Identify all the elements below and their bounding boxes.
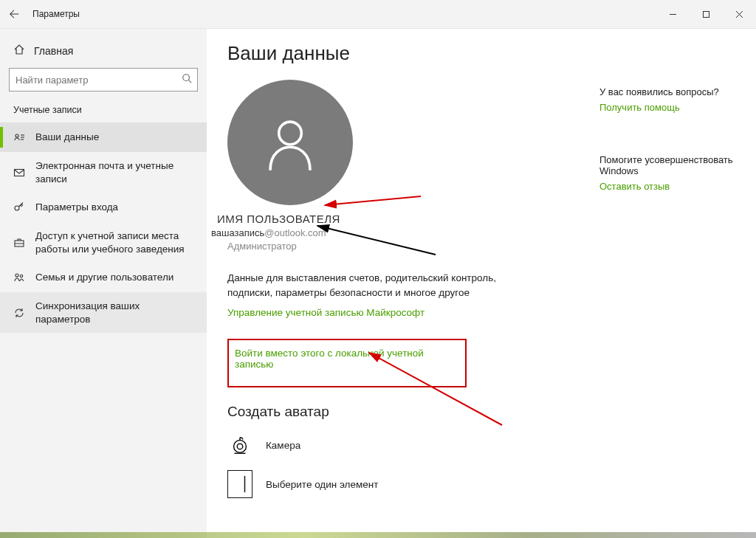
svg-point-17 [237, 444, 243, 449]
local-signin-highlight-box: Войти вместо этого с локальной учетной з… [227, 339, 467, 387]
sidebar-item-work-school[interactable]: Доступ к учетной записи места работы или… [0, 222, 207, 263]
maximize-button[interactable] [690, 0, 723, 28]
key-icon [13, 201, 25, 213]
svg-point-13 [16, 274, 18, 277]
help-column: У вас появились вопросы? Получить помощь… [599, 86, 740, 192]
sidebar-item-label: Доступ к учетной записи места работы или… [35, 230, 193, 255]
briefcase-icon [13, 237, 25, 249]
svg-point-4 [183, 75, 190, 81]
people-icon [13, 272, 25, 283]
sidebar: Главная Учетные записи [0, 29, 207, 538]
camera-icon [227, 432, 252, 458]
window-controls [656, 0, 756, 28]
person-card-icon [13, 131, 25, 143]
page-title: Ваши данные [227, 42, 756, 65]
sidebar-item-signin-options[interactable]: Параметры входа [0, 193, 207, 222]
sidebar-item-label: Ваши данные [35, 131, 193, 144]
browse-icon [227, 470, 252, 498]
user-email-domain: @outlook.com [264, 227, 326, 238]
search-icon [182, 73, 192, 86]
search-input[interactable] [9, 68, 198, 92]
sidebar-home-label: Главная [34, 45, 73, 57]
sidebar-nav: Ваши данные Электронная почта и учетные … [0, 123, 207, 333]
sidebar-item-label: Электронная почта и учетные записи [35, 159, 193, 185]
svg-point-14 [20, 275, 22, 277]
main-content: Ваши данные ИМЯ ПОЛЬЗОВАТЕЛЯ вашазапись@… [207, 29, 756, 538]
sidebar-item-email-accounts[interactable]: Электронная почта и учетные записи [0, 152, 207, 193]
minimize-button[interactable] [656, 0, 690, 28]
manage-account-link[interactable]: Управление учетной записью Майкрософт [227, 307, 756, 318]
titlebar: Параметры [0, 0, 756, 29]
sidebar-item-label: Семья и другие пользователи [35, 271, 193, 284]
window-title: Параметры [32, 9, 80, 19]
feedback-link[interactable]: Оставить отзыв [599, 181, 740, 192]
user-email: вашазапись@outlook.com [211, 227, 756, 238]
create-avatar-heading: Создать аватар [227, 404, 756, 420]
svg-point-11 [15, 206, 19, 210]
sidebar-home[interactable]: Главная [0, 39, 207, 68]
svg-line-5 [189, 80, 192, 83]
home-icon [13, 44, 25, 58]
camera-label: Камера [266, 440, 300, 451]
sidebar-item-label: Параметры входа [35, 201, 193, 214]
get-help-link[interactable]: Получить помощь [599, 102, 740, 113]
avatar [227, 80, 353, 205]
svg-rect-1 [704, 11, 709, 17]
sidebar-item-your-info[interactable]: Ваши данные [0, 123, 207, 152]
sidebar-item-sync[interactable]: Синхронизация ваших параметров [0, 292, 207, 333]
sync-icon [13, 307, 25, 319]
sidebar-section-label: Учетные записи [0, 105, 207, 123]
sidebar-search-wrap [0, 68, 207, 105]
person-icon [257, 109, 323, 176]
sidebar-item-family[interactable]: Семья и другие пользователи [0, 263, 207, 292]
browse-label: Выберите один элемент [266, 479, 378, 490]
account-description: Данные для выставления счетов, родительс… [227, 271, 537, 300]
bottom-strip [0, 532, 756, 538]
mail-icon [13, 167, 25, 179]
create-avatar-browse[interactable]: Выберите один элемент [227, 470, 756, 498]
local-signin-link[interactable]: Войти вместо этого с локальной учетной з… [235, 348, 456, 370]
svg-point-15 [279, 122, 302, 145]
svg-point-6 [16, 134, 18, 137]
sidebar-item-label: Синхронизация ваших параметров [35, 300, 193, 325]
user-email-local: вашазапись [211, 227, 264, 238]
questions-heading: У вас появились вопросы? [599, 86, 740, 97]
back-button[interactable] [0, 0, 28, 28]
close-button[interactable] [723, 0, 756, 28]
create-avatar-camera[interactable]: Камера [227, 432, 756, 458]
user-name: ИМЯ ПОЛЬЗОВАТЕЛЯ [217, 213, 756, 225]
feedback-heading: Помогите усовершенствовать Windows [599, 154, 740, 176]
user-role: Администратор [227, 241, 756, 252]
svg-point-16 [234, 441, 247, 453]
